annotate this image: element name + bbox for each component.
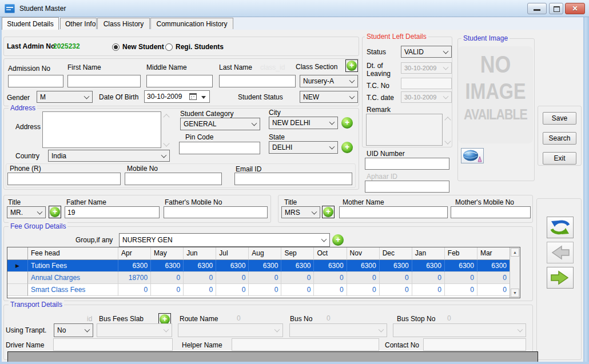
class-section-select[interactable]: Nursery-A [300, 75, 358, 87]
father-title-select[interactable]: MR. [7, 206, 46, 218]
fee-value-cell[interactable]: 0 [412, 284, 445, 296]
fee-head-cell[interactable]: Smart Class Fees [28, 284, 118, 296]
fee-value-cell[interactable]: 6300 [380, 260, 412, 272]
fee-head-cell[interactable]: Annual Charges [28, 272, 118, 284]
fee-grid-row[interactable]: Smart Class Fees000000000000 [7, 284, 510, 296]
fee-value-cell[interactable]: 0 [249, 272, 281, 284]
next-record-button[interactable] [547, 267, 574, 289]
fee-value-cell[interactable]: 0 [151, 272, 184, 284]
fee-value-cell[interactable]: 0 [314, 272, 347, 284]
fee-grid-column-header[interactable]: Apr [118, 247, 151, 260]
fee-value-cell[interactable]: 6300 [184, 260, 216, 272]
fee-value-cell[interactable]: 6300 [249, 260, 281, 272]
student-category-select[interactable]: GENERAL [180, 118, 260, 130]
fee-value-cell[interactable]: 6300 [445, 260, 477, 272]
fee-value-cell[interactable]: 0 [380, 272, 412, 284]
fee-value-cell[interactable]: 0 [477, 272, 510, 284]
fee-value-cell[interactable]: 0 [314, 284, 347, 296]
fee-grid-row[interactable]: Annual Charges1870000000000000 [7, 272, 510, 284]
fee-value-cell[interactable]: 0 [477, 284, 510, 296]
previous-record-button[interactable] [547, 242, 574, 263]
middle-name-input[interactable] [146, 75, 213, 87]
country-select[interactable]: India [48, 150, 170, 162]
add-state-button[interactable]: + [341, 142, 353, 153]
row-selector-cell[interactable] [7, 284, 28, 296]
student-status-select[interactable]: NEW [300, 91, 358, 103]
tab-class-history[interactable]: Class History [97, 18, 150, 29]
fee-grid-column-header[interactable]: Jun [184, 247, 216, 260]
phone-input[interactable] [7, 173, 121, 185]
left-status-select[interactable]: VALID [401, 46, 452, 58]
fee-value-cell[interactable]: 6300 [347, 260, 380, 272]
state-select[interactable]: DELHI [269, 141, 338, 154]
fee-grid-column-header[interactable]: May [151, 247, 184, 260]
fee-grid-scrollbar[interactable]: ▲ ▼ [510, 247, 520, 298]
dob-picker[interactable]: 30-10-2009 [144, 90, 210, 103]
scrollbar-down-button[interactable]: ▼ [511, 289, 519, 297]
mobile-input[interactable] [125, 173, 222, 185]
add-class-section-button[interactable]: + [345, 59, 358, 72]
father-name-input[interactable] [65, 206, 160, 218]
fee-value-cell[interactable]: 0 [412, 272, 445, 284]
row-selector-cell[interactable] [7, 272, 28, 284]
fee-grid-column-header[interactable]: Fee head [28, 247, 118, 260]
pincode-input[interactable] [179, 142, 260, 154]
refresh-button[interactable] [547, 217, 574, 238]
email-input[interactable] [234, 173, 352, 185]
add-city-button[interactable]: + [341, 117, 353, 129]
minimize-button[interactable] [527, 3, 547, 14]
regi-students-radio[interactable] [165, 43, 173, 51]
tab-communication-history[interactable]: Communication History [150, 18, 233, 29]
mother-name-input[interactable] [339, 206, 448, 218]
fee-value-cell[interactable]: 0 [445, 284, 477, 296]
admission-no-input[interactable] [8, 75, 63, 87]
fee-value-cell[interactable]: 0 [347, 272, 380, 284]
fee-grid-column-header[interactable]: Jul [216, 247, 249, 260]
mother-mobile-input[interactable] [451, 206, 531, 218]
maximize-button[interactable] [549, 3, 563, 14]
fee-value-cell[interactable]: 0 [184, 284, 216, 296]
gender-select[interactable]: M [37, 91, 93, 103]
fee-value-cell[interactable]: 6300 [314, 260, 347, 272]
fee-grid-column-header[interactable]: Nov [347, 247, 380, 260]
fee-grid-column-header[interactable]: Oct [314, 247, 347, 260]
add-fee-group-button[interactable]: + [332, 234, 344, 246]
aphaar-id-input[interactable] [365, 181, 449, 193]
fee-value-cell[interactable]: 6300 [151, 260, 184, 272]
add-mother-title-button[interactable]: + [322, 206, 335, 218]
new-student-radio[interactable] [112, 43, 120, 51]
uid-number-input[interactable] [365, 158, 449, 170]
first-name-input[interactable] [67, 75, 141, 87]
fee-value-cell[interactable]: 0 [347, 284, 380, 296]
row-selector-cell[interactable]: ▶ [7, 260, 28, 272]
fee-value-cell[interactable]: 0 [151, 284, 184, 296]
mother-title-select[interactable]: MRS [281, 206, 320, 218]
save-button[interactable]: Save [543, 112, 576, 125]
fee-value-cell[interactable]: 0 [118, 284, 151, 296]
fee-value-cell[interactable]: 6300 [281, 260, 314, 272]
fee-value-cell[interactable]: 0 [380, 284, 412, 296]
tab-other-info[interactable]: Other Info [60, 18, 97, 29]
using-transport-select[interactable]: No [54, 323, 93, 337]
fee-grid-row[interactable]: ▶Tution Fees6300630063006300630063006300… [7, 260, 510, 272]
add-father-title-button[interactable]: + [49, 206, 61, 218]
fee-head-cell[interactable]: Tution Fees [28, 260, 118, 272]
fee-grid-column-header[interactable]: Dec [380, 247, 412, 260]
fee-value-cell[interactable]: 6300 [477, 260, 510, 272]
fee-value-cell[interactable]: 0 [184, 272, 216, 284]
fee-grid-column-header[interactable]: Jan [412, 247, 445, 260]
fee-group-select[interactable]: NURSERY GEN [119, 233, 330, 247]
fee-grid-column-header[interactable]: Feb [445, 247, 477, 260]
father-mobile-input[interactable] [164, 206, 268, 218]
tab-student-details[interactable]: Student Details [2, 17, 59, 30]
fee-value-cell[interactable]: 0 [216, 284, 249, 296]
fee-value-cell[interactable]: 6300 [118, 260, 151, 272]
close-button[interactable]: ✕ [565, 3, 585, 14]
fee-value-cell[interactable]: 0 [281, 284, 314, 296]
upload-image-button[interactable] [461, 148, 484, 163]
fee-value-cell[interactable]: 0 [281, 272, 314, 284]
fee-value-cell[interactable]: 0 [249, 284, 281, 296]
fee-grid-column-header[interactable]: Sep [281, 247, 314, 260]
exit-button[interactable]: Exit [543, 152, 576, 165]
scrollbar-up-button[interactable]: ▲ [511, 248, 519, 257]
